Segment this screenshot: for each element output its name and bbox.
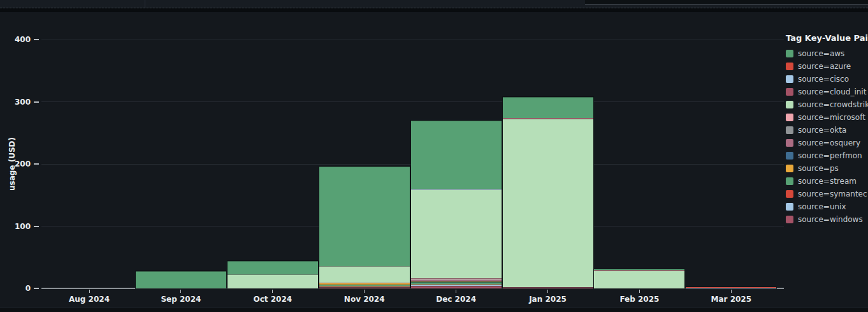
legend-item-label: source=cloud_init <box>798 87 866 96</box>
legend-swatch-icon <box>786 216 793 223</box>
x-tick-label: Oct 2024 <box>238 295 308 304</box>
bottom-strip <box>0 308 868 312</box>
legend-item-label: source=cisco <box>798 75 849 84</box>
legend-swatch-icon <box>786 177 793 185</box>
legend-swatch-icon <box>786 139 793 147</box>
y-tick-mark <box>34 39 39 40</box>
window-edge <box>585 0 868 4</box>
x-tick-mark <box>89 290 90 293</box>
legend-swatch-icon <box>786 165 793 172</box>
bar-mar-2025[interactable] <box>686 287 776 288</box>
bar-nov-2024[interactable] <box>319 167 410 288</box>
bar-feb-2025[interactable] <box>594 269 684 288</box>
gridline-400 <box>41 40 784 40</box>
y-tick-label: 100 <box>9 221 31 232</box>
legend-item-label: source=crowdstrike <box>798 100 868 109</box>
x-tick-mark <box>731 290 732 293</box>
x-tick-mark <box>364 290 365 293</box>
gridline-300 <box>41 101 784 102</box>
legend-item-cisco[interactable]: source=cisco <box>786 73 867 85</box>
y-tick-label: 400 <box>9 34 31 45</box>
legend-swatch-icon <box>786 101 793 108</box>
legend-item-label: source=stream <box>798 177 857 186</box>
legend-item-unix[interactable]: source=unix <box>786 200 867 213</box>
bar-segment-source=aws[interactable] <box>411 121 502 189</box>
bar-sep-2024[interactable] <box>136 271 226 288</box>
x-tick-mark <box>456 290 456 293</box>
legend-items: source=awssource=azuresource=ciscosource… <box>786 47 867 226</box>
legend-item-symantec[interactable]: source=symantec <box>786 188 867 200</box>
legend-swatch-icon <box>786 203 793 211</box>
legend-item-label: source=microsoft <box>798 113 865 122</box>
legend-item-label: source=perfmon <box>798 151 862 160</box>
legend-swatch-icon <box>786 75 793 83</box>
legend-item-aws[interactable]: source=aws <box>786 47 867 60</box>
legend-item-stream[interactable]: source=stream <box>786 175 867 188</box>
legend-item-label: source=windows <box>798 215 863 224</box>
x-tick-label: Sep 2024 <box>146 295 216 304</box>
legend-item-ps[interactable]: source=ps <box>786 162 867 175</box>
legend: Tag Key-Value Pairs source=awssource=azu… <box>786 33 867 226</box>
bar-segment-source=crowdstrike[interactable] <box>228 274 318 288</box>
bar-segment-source=crowdstrike[interactable] <box>411 189 502 278</box>
x-tick-label: Aug 2024 <box>54 295 124 304</box>
x-tick-label: Jan 2025 <box>513 295 583 304</box>
legend-item-crowdstrike[interactable]: source=crowdstrike <box>786 98 867 111</box>
legend-swatch-icon <box>786 63 793 70</box>
legend-item-perfmon[interactable]: source=perfmon <box>786 149 867 162</box>
legend-item-label: source=okta <box>798 126 846 135</box>
bar-oct-2024[interactable] <box>228 261 318 288</box>
bar-jan-2025[interactable] <box>503 97 593 288</box>
y-tick-mark <box>34 163 39 165</box>
legend-item-microsoft[interactable]: source=microsoft <box>786 111 867 124</box>
legend-item-label: source=symantec <box>798 189 867 198</box>
legend-swatch-icon <box>786 88 793 96</box>
x-tick-label: Mar 2025 <box>696 295 766 304</box>
x-tick-mark <box>272 290 273 293</box>
y-tick-label: 300 <box>9 97 31 107</box>
legend-item-label: source=azure <box>798 62 851 71</box>
x-tick-label: Nov 2024 <box>329 295 400 304</box>
legend-item-windows[interactable]: source=windows <box>786 213 867 226</box>
legend-swatch-icon <box>786 126 793 134</box>
x-tick-mark <box>639 290 640 293</box>
bar-segment-source=aws[interactable] <box>319 167 410 267</box>
bar-segment-source=crowdstrike[interactable] <box>594 271 684 288</box>
bar-segment-source=windows[interactable] <box>411 286 502 288</box>
y-tick-label: 0 <box>9 283 31 293</box>
legend-swatch-icon <box>786 152 793 160</box>
bar-dec-2024[interactable] <box>411 121 502 288</box>
legend-swatch-icon <box>786 50 793 57</box>
legend-swatch-icon <box>786 190 793 198</box>
legend-item-label: source=osquery <box>798 138 860 147</box>
usage-chart-screen: 0100200300400Aug 2024Sep 2024Oct 2024Nov… <box>0 0 868 312</box>
legend-item-label: source=aws <box>798 49 844 58</box>
x-tick-label: Dec 2024 <box>421 295 491 304</box>
y-tick-mark <box>34 288 39 289</box>
legend-item-label: source=unix <box>798 202 846 211</box>
bar-segment-source=crowdstrike[interactable] <box>503 119 593 287</box>
top-bar-divider <box>145 0 145 8</box>
legend-item-okta[interactable]: source=okta <box>786 124 867 137</box>
x-tick-mark <box>547 290 548 293</box>
bar-segment-source=crowdstrike[interactable] <box>319 266 410 282</box>
legend-item-azure[interactable]: source=azure <box>786 60 867 73</box>
legend-title: Tag Key-Value Pairs <box>786 33 867 43</box>
bar-segment-source=aws[interactable] <box>503 97 593 118</box>
legend-swatch-icon <box>786 114 793 121</box>
legend-item-osquery[interactable]: source=osquery <box>786 137 867 149</box>
y-axis-title: usage (USD) <box>8 137 17 191</box>
y-tick-mark <box>34 101 39 103</box>
bar-segment-source=windows[interactable] <box>503 287 593 288</box>
bar-segment-source=windows[interactable] <box>319 287 410 288</box>
y-tick-mark <box>34 226 39 227</box>
legend-item-label: source=ps <box>798 164 839 173</box>
bar-segment-source=unix[interactable] <box>686 288 776 288</box>
legend-item-cloud_init[interactable]: source=cloud_init <box>786 85 867 98</box>
x-tick-label: Feb 2025 <box>604 295 674 304</box>
bar-segment-source=aws[interactable] <box>136 271 226 288</box>
bar-segment-source=aws[interactable] <box>228 261 318 274</box>
x-tick-mark <box>180 290 181 293</box>
top-sub-strip <box>0 8 868 12</box>
